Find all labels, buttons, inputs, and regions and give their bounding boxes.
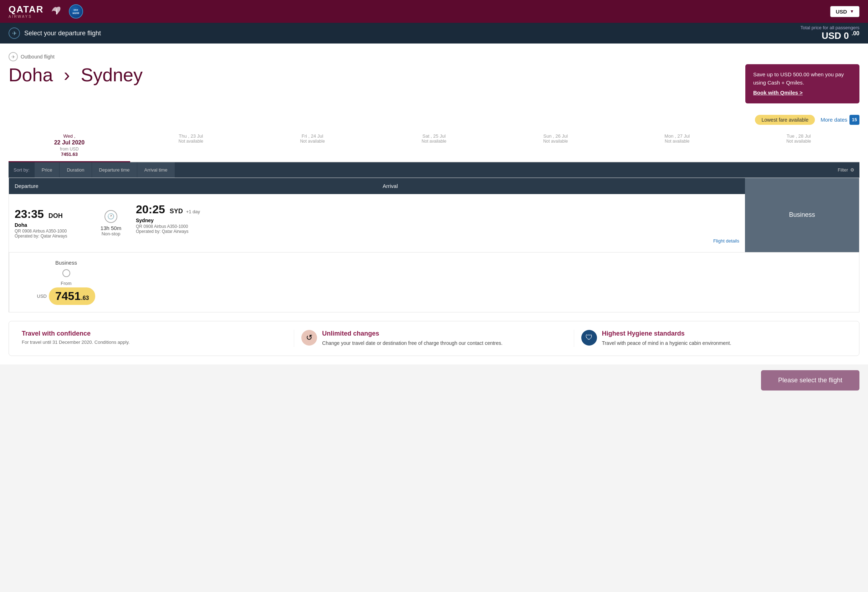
date-tab-day-2: Fri , 24 Jul [255,133,371,139]
total-decimal: .00 [852,30,859,36]
column-headers: Departure Arrival [9,178,745,194]
business-column-header: Business [745,178,859,252]
qatar-bird-icon [50,4,63,18]
confidence-title: Travel with confidence [22,330,287,337]
departure-operated: Operated by: Qatar Airways [15,233,86,239]
sort-duration-button[interactable]: Duration [59,162,92,178]
price-integer: 7451 [55,289,81,303]
changes-title: Unlimited changes [322,330,502,337]
arrival-time-area: 20:25 SYD +1 day [136,203,739,216]
total-currency: USD [822,30,841,41]
arrival-day-plus: +1 day [186,209,200,214]
filter-icon: ⚙ [850,167,855,173]
confidence-subtitle: For travel until 31 December 2020. Condi… [22,340,287,345]
hygiene-icon: 🛡 [581,330,597,345]
date-tab-status-2: Not available [255,139,371,144]
sort-price-button[interactable]: Price [35,162,60,178]
origin-city: Doha [9,65,53,85]
outbound-text: Outbound flight [21,54,55,59]
date-tab-day-1: Thu , 23 Jul [133,133,249,139]
qatar-airways-logo: QATAR AIRWAYS [9,4,44,19]
date-tab-status-1: Not available [133,139,249,144]
currency-selector[interactable]: USD ▼ [830,6,859,17]
business-class-label: Business [15,260,117,266]
date-tab-price-0: 7451.63 [12,152,127,157]
date-tab-2[interactable]: Fri , 24 Jul Not available [252,129,373,162]
badge-more-row: Lowest fare available More dates 15 [9,111,859,129]
sort-filter-bar: Sort by: Price Duration Departure time A… [9,162,859,178]
date-tab-date-0: 22 Jul 2020 [12,139,127,146]
plane-icon: ✈ [9,28,20,39]
currency-label: USD [836,9,847,15]
col-arrival-header: Arrival [377,178,745,194]
date-tab-day-4: Sun , 26 Jul [497,133,613,139]
price-decimal: .63 [81,295,89,301]
info-cards: Travel with confidence For travel until … [9,321,859,356]
arrival-info: 20:25 SYD +1 day Sydney QR 0908 Airbus A… [136,203,739,244]
date-tab-from-0: from USD [12,146,127,152]
flight-details-link[interactable]: Flight details [136,238,739,244]
outbound-plane-icon: ✈ [9,52,18,61]
date-tab-status-5: Not available [619,139,735,144]
arrival-city: Sydney [136,217,739,223]
sort-arrival-button[interactable]: Arrival time [137,162,175,178]
business-radio[interactable] [62,269,70,277]
arrival-time: 20:25 [136,203,165,216]
qmiles-banner: Save up to USD 500.00 when you pay using… [745,64,859,103]
total-integer: 0 [844,30,849,41]
date-tab-3[interactable]: Sat , 25 Jul Not available [373,129,495,162]
date-tab-6[interactable]: Tue , 28 Jul Not available [738,129,859,162]
hygiene-body: Travel with peace of mind in a hygienic … [602,340,731,347]
total-price-value: USD 0 .00 [801,30,859,41]
book-with-qmiles-link[interactable]: Book with Qmiles > [753,89,852,97]
date-tab-day-0: Wed , [12,133,127,139]
lowest-fare-badge: Lowest fare available [755,115,815,125]
destination-city: Sydney [81,65,143,85]
arrival-operated: Operated by: Qatar Airways [136,229,739,234]
date-tab-day-5: Mon , 27 Jul [619,133,735,139]
outbound-label-row: ✈ Outbound flight [9,52,859,61]
route-title: Doha › Sydney [9,64,143,86]
departure-city: Doha [15,222,86,228]
date-tab-status-6: Not available [741,139,856,144]
duration-info: 🕐 13h 50m Non-stop [86,210,136,236]
departure-title-area: ✈ Select your departure flight [9,28,101,39]
price-row: USD 7451.63 [15,288,117,305]
footer-bar: Please select the flight [0,365,868,396]
more-dates-button[interactable]: More dates 15 [821,115,859,125]
sort-departure-button[interactable]: Departure time [92,162,137,178]
logo-area: QATAR AIRWAYS oneworld [9,4,83,19]
filter-label: Filter [838,167,848,173]
date-tab-status-4: Not available [497,139,613,144]
date-tab-status-3: Not available [376,139,492,144]
flight-duration: 13h 50m [86,225,136,231]
date-tab-0[interactable]: Wed , 22 Jul 2020 from USD 7451.63 [9,129,130,162]
select-flight-button[interactable]: Please select the flight [761,370,859,391]
filter-area[interactable]: Filter ⚙ [833,167,859,173]
more-dates-label: More dates [821,117,847,123]
date-tab-4[interactable]: Sun , 26 Jul Not available [495,129,616,162]
business-price-row: Business From USD 7451.63 [9,252,859,312]
date-tab-5[interactable]: Mon , 27 Jul Not available [616,129,738,162]
logo-qatar: QATAR [9,4,44,15]
date-tab-day-3: Sat , 25 Jul [376,133,492,139]
departure-info: 23:35 DOH Doha QR 0908 Airbus A350-1000 … [15,208,86,239]
info-card-confidence: Travel with confidence For travel until … [15,330,294,347]
flight-stop-type: Non-stop [86,231,136,236]
info-card-hygiene: 🛡 Highest Hygiene standards Travel with … [574,330,853,347]
flight-table-left: Departure Arrival 23:35 DOH Doha QR 0908… [9,178,745,252]
route-header: Doha › Sydney Save up to USD 500.00 when… [9,64,859,103]
date-tabs: Wed , 22 Jul 2020 from USD 7451.63 Thu ,… [9,129,859,162]
flight-row: 23:35 DOH Doha QR 0908 Airbus A350-1000 … [9,194,745,252]
price-badge: 7451.63 [49,288,95,305]
departure-time: 23:35 DOH [15,208,86,221]
departure-flight: QR 0908 Airbus A350-1000 [15,229,86,233]
date-tab-1[interactable]: Thu , 23 Jul Not available [130,129,252,162]
arrival-code: SYD [170,208,183,215]
oneworld-badge: oneworld [69,4,83,19]
total-price-label: Total price for all passengers [801,25,859,30]
sort-by-label: Sort by: [9,167,35,173]
route-arrow: › [64,65,75,85]
business-header-label: Business [789,211,815,218]
qmiles-text: Save up to USD 500.00 when you pay using… [753,71,844,86]
